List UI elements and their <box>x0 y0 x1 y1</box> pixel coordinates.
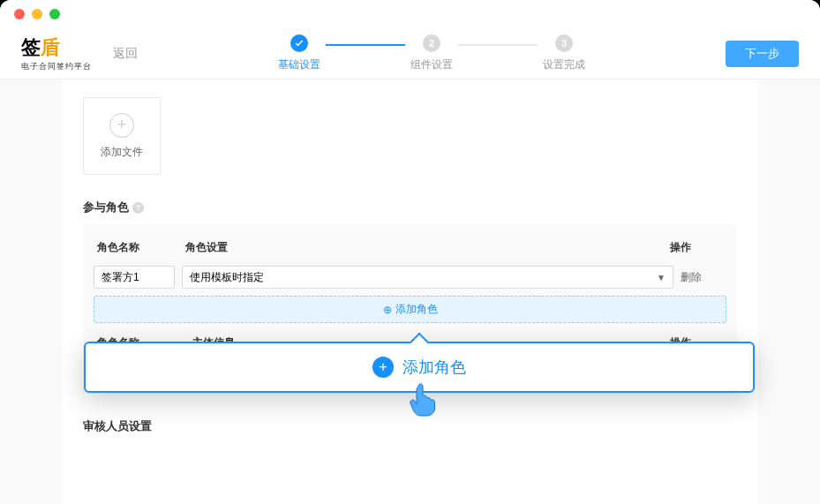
help-icon[interactable]: ? <box>132 202 144 214</box>
pointer-hand-icon <box>406 381 438 418</box>
logo: 签盾 电子合同签约平台 <box>21 34 92 72</box>
role-row: 使用模板时指定 ▼ 删除 <box>94 266 726 289</box>
plus-icon: + <box>372 357 394 378</box>
delete-role-link[interactable]: 删除 <box>681 270 726 285</box>
window-maximize-icon[interactable] <box>49 9 60 19</box>
logo-text-b: 盾 <box>41 34 60 61</box>
step-connector <box>458 44 538 46</box>
step-components: 2 组件设置 <box>410 34 453 72</box>
app-window: 签盾 电子合同签约平台 返回 基础设置 2 组件设置 3 设置完成 下一步 <box>0 0 820 504</box>
role-name-input[interactable] <box>94 266 175 289</box>
step-number-icon: 3 <box>555 34 573 52</box>
role-setting-value: 使用模板时指定 <box>190 270 264 285</box>
callout-text: 添加角色 <box>402 357 466 378</box>
back-link[interactable]: 返回 <box>113 46 138 62</box>
add-role-button[interactable]: ⊕ 添加角色 <box>94 296 726 323</box>
step-basic: 基础设置 <box>278 34 320 72</box>
plus-icon: + <box>109 113 134 138</box>
window-close-icon[interactable] <box>14 9 25 19</box>
step-complete: 3 设置完成 <box>543 34 585 72</box>
col-operation: 操作 <box>670 240 723 255</box>
app-header: 签盾 电子合同签约平台 返回 基础设置 2 组件设置 3 设置完成 下一步 <box>0 28 820 79</box>
chevron-down-icon: ▼ <box>657 273 666 282</box>
logo-text-a: 签 <box>21 34 41 61</box>
add-role-label: 添加角色 <box>395 302 438 317</box>
roles-header: 角色名称 角色设置 操作 <box>94 235 726 266</box>
next-button[interactable]: 下一步 <box>726 41 799 67</box>
participants-title: 参与角色 ? <box>83 199 737 215</box>
plus-circle-icon: ⊕ <box>383 304 392 316</box>
step-indicator: 基础设置 2 组件设置 3 设置完成 <box>138 34 726 72</box>
form-panel: + 添加文件 参与角色 ? 角色名称 角色设置 操作 使用模板时指定 ▼ <box>62 79 758 504</box>
col-role-name: 角色名称 <box>97 240 185 255</box>
add-file-label: 添加文件 <box>101 145 143 160</box>
step-connector <box>326 44 405 46</box>
content-area: + 添加文件 参与角色 ? 角色名称 角色设置 操作 使用模板时指定 ▼ <box>0 79 820 504</box>
step-number-icon: 2 <box>423 34 440 52</box>
window-minimize-icon[interactable] <box>32 9 42 19</box>
col-role-setting: 角色设置 <box>185 240 670 255</box>
role-setting-select[interactable]: 使用模板时指定 ▼ <box>182 266 673 289</box>
reviewer-title: 审核人员设置 <box>83 418 737 434</box>
add-file-button[interactable]: + 添加文件 <box>83 97 161 175</box>
window-titlebar <box>0 0 820 28</box>
logo-subtitle: 电子合同签约平台 <box>21 61 92 72</box>
step-check-icon <box>290 34 308 52</box>
